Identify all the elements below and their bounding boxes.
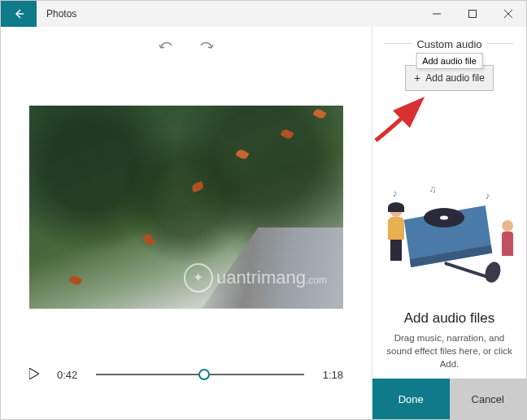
sidebar-actions: Done Cancel <box>372 379 526 419</box>
empty-state-subtext: Drag music, narration, and sound effect … <box>385 331 514 370</box>
watermark-logo-icon: ✦ <box>184 263 213 292</box>
done-button[interactable]: Done <box>372 379 450 419</box>
play-button[interactable] <box>29 368 46 382</box>
total-time-label: 1:18 <box>316 369 343 381</box>
window-controls <box>419 1 526 27</box>
back-arrow-icon <box>12 7 25 20</box>
record-disc-icon <box>424 208 464 227</box>
person-illustration-icon <box>385 204 407 261</box>
undo-redo-bar <box>1 27 372 67</box>
close-icon <box>504 10 512 18</box>
play-icon <box>29 368 39 379</box>
redo-icon <box>198 39 215 52</box>
music-note-icon: ♫ <box>429 184 437 195</box>
watermark-text: uantrimang <box>216 267 306 288</box>
sidebar-header: Custom audio Add audio file + Add audio … <box>372 27 526 91</box>
minimize-button[interactable] <box>419 1 455 27</box>
plus-icon: + <box>414 71 420 84</box>
maximize-icon <box>468 10 477 18</box>
video-preview[interactable]: ✦ uantrimang.com <box>29 106 343 309</box>
app-title: Photos <box>37 1 419 27</box>
music-note-icon: ♪ <box>393 188 398 199</box>
undo-icon <box>158 39 174 52</box>
svg-rect-1 <box>469 11 477 18</box>
audio-sidebar: Custom audio Add audio file + Add audio … <box>372 27 526 419</box>
undo-button[interactable] <box>158 39 174 55</box>
audio-illustration: ♪ ♫ ♪ <box>385 184 515 297</box>
microphone-icon <box>443 262 490 279</box>
person-illustration-icon <box>502 220 513 256</box>
cancel-button[interactable]: Cancel <box>450 379 527 419</box>
watermark-sub: .com <box>306 275 327 286</box>
empty-state-heading: Add audio files <box>404 310 495 327</box>
watermark: ✦ uantrimang.com <box>184 263 327 292</box>
maximize-button[interactable] <box>455 1 490 27</box>
title-bar: Photos <box>1 1 526 27</box>
player-controls: 0:42 1:18 <box>1 346 372 419</box>
editor-pane: ✦ uantrimang.com 0:42 1:18 <box>1 27 372 419</box>
close-button[interactable] <box>490 1 526 27</box>
redo-button[interactable] <box>198 39 215 55</box>
svg-marker-4 <box>29 368 39 379</box>
microphone-head-icon <box>482 260 503 284</box>
back-button[interactable] <box>1 1 37 27</box>
seek-handle[interactable] <box>198 369 210 380</box>
video-preview-area: ✦ uantrimang.com <box>1 67 372 346</box>
current-time-label: 0:42 <box>57 369 85 381</box>
seek-track[interactable] <box>96 366 304 383</box>
minimize-icon <box>433 10 441 18</box>
section-title: Custom audio <box>412 38 486 50</box>
empty-state[interactable]: ♪ ♫ ♪ Add audio files Drag music, narrat… <box>372 91 526 379</box>
music-note-icon: ♪ <box>486 190 490 201</box>
add-audio-button-label: Add audio file <box>425 72 485 84</box>
add-audio-tooltip: Add audio file <box>416 53 483 69</box>
